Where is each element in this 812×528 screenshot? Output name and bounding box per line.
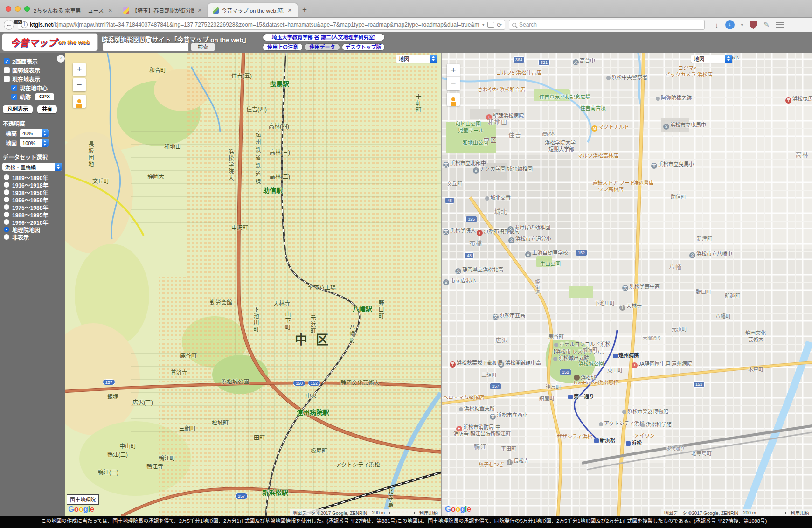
tab[interactable]: 【埼玉】春日部駅が街分断、にぎ✕ xyxy=(118,3,208,17)
search-bar[interactable]: Search xyxy=(509,20,705,30)
pin-icon xyxy=(599,422,603,426)
map-label: 文丘町 xyxy=(447,180,462,187)
map-label-text: JA静岡厚生連 遠州病院 xyxy=(638,361,692,367)
radio-icon[interactable] xyxy=(4,227,9,232)
right-map-panel[interactable]: 364321文高台中文浜松市立上島小コジマ×ビックカメラ 浜松店浜松中央警察署ゴ… xyxy=(442,53,812,516)
radio-icon[interactable] xyxy=(4,197,9,202)
reader-mode-icon[interactable] xyxy=(487,22,494,28)
sidebar-collapse-button[interactable]: ‹ xyxy=(57,55,65,63)
map-label-text: 市立広沢小 xyxy=(450,278,476,284)
radio-icon[interactable] xyxy=(4,212,9,217)
tab-close-icon[interactable]: ✕ xyxy=(107,7,113,14)
google-logo[interactable]: Google xyxy=(445,505,471,514)
tab-close-icon[interactable]: ✕ xyxy=(197,7,203,14)
map-label-text: 布橋 xyxy=(469,240,482,247)
map-opacity-select[interactable]: 100% xyxy=(20,139,49,147)
desktop-version-button[interactable]: デスクトップ版 xyxy=(342,43,385,51)
map-label: 高林 xyxy=(542,128,555,137)
map-label-text: 住吉 xyxy=(508,132,521,139)
checkbox-icon[interactable]: ✓ xyxy=(4,58,10,64)
map-label: 和合町 xyxy=(149,66,166,74)
map-label: 48 xyxy=(465,252,474,259)
google-logo-letter: o xyxy=(79,505,83,514)
dataset-select[interactable]: 浜松・豊橋編 xyxy=(2,163,62,171)
checkbox-icon[interactable] xyxy=(4,67,10,73)
terms-link[interactable]: 利用規約 xyxy=(419,509,438,516)
map-label: 中区 xyxy=(295,330,337,348)
map-label-text: 十軒町 xyxy=(415,94,421,113)
checkbox-icon[interactable] xyxy=(4,76,10,82)
map-label-text: 中山町 xyxy=(119,443,136,450)
gsi-link[interactable]: 国土地理院 xyxy=(67,494,99,505)
map-label: 中区 xyxy=(483,135,497,144)
elevation-opacity-select[interactable]: 40% xyxy=(20,129,49,137)
share-button[interactable]: 共有 xyxy=(37,105,57,113)
map-label: LiveHouse浜松窓枠 xyxy=(574,378,618,386)
zoom-out-button[interactable]: − xyxy=(73,78,86,91)
sidebar-checkbox-row: 図郭線表示 xyxy=(4,67,65,73)
pegman-icon[interactable] xyxy=(447,93,460,106)
terms-link[interactable]: 利用規約 xyxy=(791,509,809,516)
edit-icon[interactable]: ✎ xyxy=(763,21,770,29)
radio-icon[interactable] xyxy=(4,219,9,225)
zoom-in-button[interactable]: + xyxy=(73,63,86,76)
address-search-button[interactable]: 検索 xyxy=(191,43,215,51)
radio-icon[interactable] xyxy=(4,174,9,180)
map-label-text: 浜松学院大 xyxy=(227,149,234,181)
post-icon: 〒 xyxy=(450,361,456,368)
radio-icon[interactable] xyxy=(4,204,9,210)
tab[interactable]: 2ちゃんねる 電車男 ニュース ヘッドラ✕ xyxy=(29,3,118,17)
shield-addon-icon[interactable] xyxy=(750,21,757,29)
map-opacity-label: 地図 xyxy=(6,139,17,147)
used-data-button[interactable]: 使用データ xyxy=(305,43,340,51)
tab-close-icon[interactable]: ✕ xyxy=(287,7,293,14)
back-button[interactable]: ← xyxy=(4,20,14,30)
radio-icon[interactable] xyxy=(4,182,9,188)
dataset-section-title: データセット選択 xyxy=(3,153,65,161)
map-label: 野口町 xyxy=(696,288,711,295)
logo-sub-text: on the web xyxy=(58,39,90,46)
map-label-text: 広沢(二) xyxy=(132,399,153,406)
map-label-text: 48 xyxy=(447,198,452,203)
map-label: 板屋町 xyxy=(311,446,327,454)
checkbox-icon[interactable]: ✓ xyxy=(11,94,17,100)
map-label-text: 新浜松駅 xyxy=(262,489,288,496)
zoom-out-button[interactable]: − xyxy=(447,77,460,90)
url-bar[interactable]: i ktgis.net/kjmapw/kjmapw.html?lat=34.71… xyxy=(18,20,505,30)
map-label: 木戸町 xyxy=(748,365,763,373)
map-type-select[interactable]: 地図 xyxy=(396,55,437,63)
google-logo[interactable]: Google xyxy=(68,505,94,514)
chevron-down-icon[interactable]: ▾ xyxy=(741,22,743,27)
radio-icon[interactable] xyxy=(4,189,9,195)
map-label-text: 152 xyxy=(578,250,585,255)
temple-icon: 卍 xyxy=(619,305,625,311)
url-dropdown-icon[interactable]: ▼ xyxy=(481,23,485,27)
zoom-in-button[interactable]: + xyxy=(447,64,460,77)
page-info-icon[interactable]: i xyxy=(21,21,28,28)
checkbox-icon[interactable]: ✓ xyxy=(11,85,17,91)
map-label: 遠州鉄道鉄道線 xyxy=(254,131,262,187)
map-type-select[interactable]: 地図 xyxy=(691,55,732,63)
download-icon[interactable]: ↓ xyxy=(715,21,719,29)
address-search-input[interactable] xyxy=(103,43,189,51)
map-label-text: 高林 xyxy=(542,130,555,137)
map-label: 野口町 xyxy=(377,300,385,320)
tab[interactable]: 今昔マップ on the web:時系列✕ xyxy=(208,3,298,17)
map-label-text: メイワン xyxy=(634,433,655,438)
gpx-button[interactable]: GPX xyxy=(35,93,54,100)
close-window-icon[interactable] xyxy=(6,6,11,12)
sync-download-icon[interactable]: ↓ xyxy=(725,20,735,29)
reload-icon[interactable]: ⟳ xyxy=(497,21,502,28)
radio-icon[interactable] xyxy=(4,234,9,240)
menu-icon[interactable] xyxy=(776,22,784,28)
pegman-icon[interactable] xyxy=(73,95,86,108)
map-label: 文浜松開誠館中高 xyxy=(498,359,541,368)
school-icon: 文 xyxy=(663,124,669,130)
map-label-text: 松城町 xyxy=(212,420,229,426)
left-map-panel[interactable]: 和合町住吉(五)曳馬駅十軒町住吉(四)高林(四)高林(三)高林(二)長坂団地遠州… xyxy=(65,53,441,516)
legend-button[interactable]: 凡例表示 xyxy=(3,105,33,113)
affiliation-link[interactable]: 埼玉大学教育学部 谷 謙二(人文地理学研究室) xyxy=(263,34,385,41)
new-tab-button[interactable]: + xyxy=(298,3,312,17)
usage-notes-button[interactable]: 使用上の注意 xyxy=(263,43,303,51)
minimize-window-icon[interactable] xyxy=(15,6,21,12)
